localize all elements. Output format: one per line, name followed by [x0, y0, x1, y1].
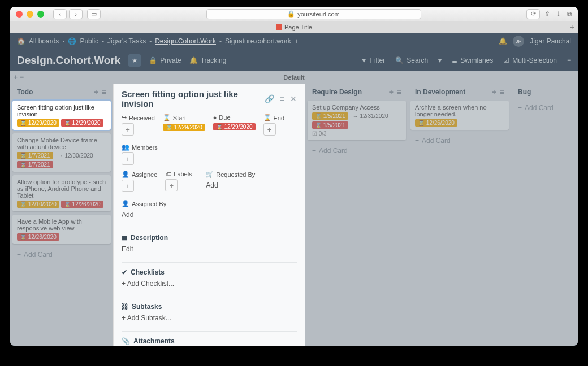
minimize-window-icon[interactable] [27, 11, 33, 18]
browser-back-button[interactable]: ‹ [53, 9, 67, 19]
home-icon[interactable]: 🏠 [17, 37, 25, 45]
field-add-link[interactable]: Add [206, 181, 255, 189]
url-bar[interactable]: 🔒 yoursiteurl.com [206, 9, 421, 19]
column-header: Require Design + ≡ [308, 84, 406, 101]
board-title: Design.Cohort.Work [17, 54, 120, 67]
list-icon: ≣ [452, 56, 457, 64]
filter-button[interactable]: ▼Filter [361, 56, 386, 64]
swimlanes-button[interactable]: ≣Swimlanes [452, 56, 493, 64]
add-breadcrumb-button[interactable]: + [295, 37, 299, 45]
new-tab-button[interactable]: + [570, 23, 574, 32]
column-menu-icon[interactable]: ≡ [500, 88, 504, 97]
card[interactable]: Screen fitting option just like invision… [12, 101, 111, 130]
date-arrow: → 12/30/2020 [55, 152, 96, 159]
share-icon[interactable]: ⇪ [544, 10, 550, 18]
add-field-button[interactable]: + [263, 123, 276, 136]
date-badge: ⌛ 12/10/2020 [17, 201, 59, 208]
private-toggle[interactable]: 🔒Private [149, 56, 181, 64]
menu-icon[interactable]: ≡ [567, 56, 571, 64]
add-card-icon[interactable]: + [492, 88, 496, 97]
column-title: Todo [17, 88, 33, 96]
swimlane-name: Default [283, 74, 304, 81]
crumb-public[interactable]: Public [80, 37, 98, 45]
field-assignee: 👤Assignee + [122, 171, 157, 192]
user-avatar[interactable]: JP [513, 36, 524, 47]
add-card-icon[interactable]: + [94, 88, 98, 97]
bell-icon: 🔔 [189, 56, 198, 64]
column-header: Todo + ≡ [12, 84, 111, 101]
add-card-button[interactable]: +Add Card [308, 143, 406, 158]
browser-forward-button[interactable]: › [69, 9, 83, 19]
description-header: ≣Description [122, 234, 297, 242]
detail-menu-icon[interactable]: ≡ [280, 94, 284, 103]
checklists-header: ✔Checklists [122, 268, 297, 276]
attachments-header: 📎Attachments [122, 337, 297, 345]
card-title: Have a Mobile App with responsive web vi… [17, 218, 106, 232]
star-button[interactable]: ★ [128, 54, 141, 67]
card[interactable]: Archive a screen when no longer needed. … [410, 101, 509, 130]
column-title: Bug [518, 88, 531, 96]
add-checklist-link[interactable]: + Add Checklist... [122, 280, 297, 287]
field-labels: 🏷Labels + [165, 171, 198, 192]
column-menu-icon[interactable]: ≡ [397, 88, 401, 97]
field-icon: 👤 [122, 200, 129, 207]
detail-title: Screen fitting option just like invision [122, 89, 259, 108]
field-icon: 👤 [122, 171, 129, 178]
card-title: Allow option for prototype - such as iPh… [17, 178, 106, 199]
crumb-signature-cohort[interactable]: Signature.cohort.work [225, 37, 291, 45]
add-field-button[interactable]: + [165, 179, 178, 191]
link-icon[interactable]: 🔗 [265, 94, 274, 103]
field-add-link[interactable]: Add [122, 211, 166, 219]
card[interactable]: Change Mobile Device frame with actual d… [12, 133, 111, 172]
dropdown-icon[interactable]: ▾ [438, 56, 442, 64]
funnel-icon: ▼ [361, 56, 368, 64]
multi-selection-button[interactable]: ☑Multi-Selection [503, 56, 557, 64]
add-card-button[interactable]: +Add Card [410, 133, 509, 148]
tabs-icon[interactable]: ⧉ [567, 10, 572, 18]
close-window-icon[interactable] [16, 11, 23, 18]
user-name: Jigar Panchal [530, 37, 571, 45]
date-badge: ⌛ 1/7/2021 [17, 161, 53, 168]
crumb-all-boards[interactable]: All boards [29, 37, 59, 45]
column-menu-icon[interactable]: ≡ [102, 88, 106, 97]
favicon-icon [276, 24, 282, 30]
add-card-icon[interactable]: + [389, 88, 394, 97]
sitemap-icon: ⛓ [122, 303, 128, 311]
paperclip-icon: 📎 [122, 337, 130, 345]
field-icon: 🛒 [206, 171, 214, 178]
field-icon: ● [213, 114, 217, 121]
sidebar-toggle-button[interactable]: ▭ [87, 9, 101, 19]
add-field-button[interactable]: + [122, 123, 134, 136]
card[interactable]: Allow option for prototype - such as iPh… [12, 175, 111, 211]
check-icon: ☑ [503, 56, 509, 64]
tracking-toggle[interactable]: 🔔Tracking [189, 56, 227, 64]
swimlane-menu-icon[interactable]: ≡ [20, 73, 24, 81]
field-requested-by: 🛒Requested By Add [206, 171, 255, 192]
downloads-icon[interactable]: ⤓ [556, 10, 561, 18]
card[interactable]: Set up Company Access ⌛ 1/5/2021→ 12/31/… [308, 101, 406, 140]
crumb-jigars-tasks[interactable]: Jigar's Tasks [107, 37, 146, 45]
date-badge: ⌛ 1/5/2021 [312, 112, 348, 120]
search-button[interactable]: 🔍Search [395, 56, 428, 64]
add-field-button[interactable]: + [122, 180, 134, 192]
tab-strip: Page Title + [10, 21, 578, 33]
edit-description-link[interactable]: Edit [122, 245, 297, 253]
breadcrumb: 🏠 All boards- 🌐 Public- Jigar's Tasks- D… [10, 33, 578, 50]
browser-tab[interactable]: Page Title [276, 24, 312, 30]
add-field-button[interactable]: + [122, 152, 134, 165]
add-card-button[interactable]: +Add Card [12, 247, 111, 262]
close-detail-icon[interactable]: ✕ [290, 94, 297, 103]
lock-icon: 🔒 [287, 10, 295, 18]
board-header: Design.Cohort.Work ★ 🔒Private 🔔Tracking … [10, 50, 578, 71]
field-icon: 👥 [122, 143, 129, 151]
add-swimlane-icon[interactable]: + [14, 73, 18, 81]
maximize-window-icon[interactable] [37, 11, 44, 18]
date-badge: ⌛ 1/7/2021 [17, 152, 53, 159]
card[interactable]: Have a Mobile App with responsive web vi… [12, 215, 111, 244]
reload-button[interactable]: ⟳ [526, 9, 540, 19]
add-card-button[interactable]: +Add Card [513, 101, 578, 115]
bell-icon[interactable]: 🔔 [499, 37, 507, 45]
crumb-design-cohort[interactable]: Design.Cohort.Work [155, 37, 216, 45]
date-badge: ⌛ 12/26/2020 [61, 201, 103, 208]
add-subtask-link[interactable]: + Add Subtask... [122, 314, 297, 322]
